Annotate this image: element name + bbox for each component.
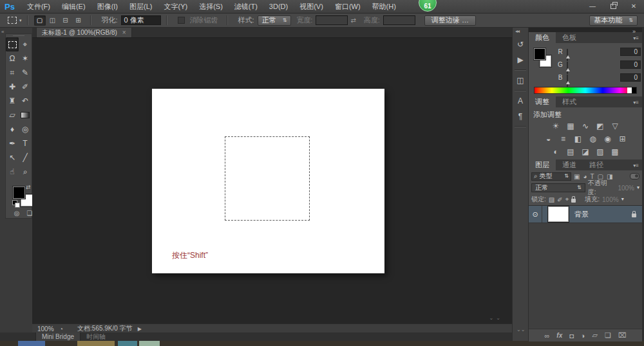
magic-wand-tool[interactable]: ✶ xyxy=(19,51,32,66)
pen-tool[interactable]: ✒ xyxy=(6,136,19,150)
strip-bottom-grip-icon[interactable]: ⌄⌄ xyxy=(516,328,525,332)
tab-channels[interactable]: 通道 xyxy=(556,159,583,170)
panel-menu-icon[interactable]: ▾≡ xyxy=(633,100,642,107)
tab-mini-bridge[interactable]: Mini Bridge xyxy=(35,332,80,341)
panel-menu-icon[interactable]: ▾≡ xyxy=(633,35,642,43)
status-options-arrow[interactable]: ▶ xyxy=(138,326,142,332)
lock-pixels-icon[interactable]: ✐ xyxy=(557,196,562,203)
spot-healing-brush-tool[interactable]: ✚ xyxy=(6,80,19,94)
selection-marquee[interactable] xyxy=(225,136,310,221)
crop-tool[interactable]: ⌗ xyxy=(6,66,19,80)
filter-toggle-switch[interactable] xyxy=(630,173,639,179)
clone-stamp-tool[interactable]: ♜ xyxy=(6,94,19,108)
layer-row-background[interactable]: ⊙ 背景 xyxy=(529,206,642,223)
gradient-tool[interactable] xyxy=(19,108,32,122)
green-slider-thumb[interactable] xyxy=(566,68,570,71)
menu-help[interactable]: 帮助(H) xyxy=(366,0,402,13)
swap-colors-icon[interactable]: ⇄ xyxy=(26,184,31,190)
brightness-contrast-icon[interactable]: ☀ xyxy=(551,121,561,131)
black-white-icon[interactable]: ◧ xyxy=(573,134,583,143)
opacity-value[interactable]: 100% xyxy=(618,185,634,192)
posterize-icon[interactable]: ▤ xyxy=(566,147,576,156)
new-group-icon[interactable]: ▱ xyxy=(592,331,598,340)
type-tool[interactable]: T xyxy=(19,136,32,150)
tab-styles[interactable]: 样式 xyxy=(556,96,583,107)
eraser-tool[interactable]: ▱ xyxy=(6,108,19,122)
channel-mixer-icon[interactable]: ◉ xyxy=(603,134,612,143)
lock-position-icon[interactable]: ⌖ xyxy=(565,196,569,203)
delete-layer-icon[interactable]: ⌧ xyxy=(618,331,627,340)
color-lookup-icon[interactable]: ⊞ xyxy=(618,134,627,143)
canvas[interactable]: 按住“Shift” xyxy=(152,89,384,273)
intersect-selection-button[interactable]: ⊞ xyxy=(73,15,84,26)
antialias-checkbox[interactable] xyxy=(178,17,185,24)
tab-layers[interactable]: 图层 xyxy=(529,159,556,170)
menu-3d[interactable]: 3D(D) xyxy=(263,0,294,13)
line-tool[interactable]: ╱ xyxy=(19,150,32,165)
layer-filter-select[interactable]: ⌕ 类型 ⇅ xyxy=(531,172,571,181)
refine-edge-button[interactable]: 调整边缘 … xyxy=(424,15,476,26)
subtract-selection-button[interactable]: ⊟ xyxy=(60,15,71,26)
hue-saturation-icon[interactable]: ◒ xyxy=(544,134,553,143)
tab-color[interactable]: 颜色 xyxy=(529,32,556,43)
vibrance-icon[interactable]: ▽ xyxy=(611,121,620,131)
zoom-level-field[interactable]: 100% xyxy=(37,325,59,332)
lock-all-icon[interactable] xyxy=(571,199,576,203)
chevron-down-icon[interactable]: ▾ xyxy=(637,185,639,190)
foreground-color-swatch[interactable] xyxy=(534,48,545,60)
taskbar-window-thumbnail[interactable] xyxy=(118,341,137,346)
document-close-icon[interactable]: × xyxy=(122,29,126,36)
style-select[interactable]: 正常 ⇅ xyxy=(258,15,292,26)
tool-preset-picker[interactable]: ▾ xyxy=(8,17,22,24)
menu-select[interactable]: 选择(S) xyxy=(193,0,229,13)
color-balance-icon[interactable]: ≡ xyxy=(558,134,568,143)
swap-dimensions-icon[interactable]: ⇄ xyxy=(350,17,355,24)
actions-panel-icon[interactable]: ▶ xyxy=(513,52,528,68)
green-value-field[interactable]: 0 xyxy=(620,60,641,69)
dodge-tool[interactable]: ◎ xyxy=(19,122,32,136)
red-value-field[interactable]: 0 xyxy=(620,48,641,56)
rectangular-marquee-tool[interactable] xyxy=(6,37,19,51)
photo-filter-icon[interactable]: ◍ xyxy=(588,134,598,143)
menu-filter[interactable]: 滤镜(T) xyxy=(229,0,263,13)
collapse-toolbar-icon[interactable]: « xyxy=(1,29,3,35)
minimize-button[interactable]: — xyxy=(586,2,599,10)
tab-paths[interactable]: 路径 xyxy=(583,159,610,170)
new-adjustment-layer-icon[interactable]: ◑ xyxy=(581,332,585,340)
panel-menu-icon[interactable]: ▾≡ xyxy=(633,163,642,170)
selective-color-icon[interactable]: ▩ xyxy=(611,147,620,156)
eyedropper-tool[interactable]: ✎ xyxy=(19,66,32,80)
close-button[interactable]: ✕ xyxy=(627,2,640,10)
character-panel-icon[interactable]: A xyxy=(513,93,528,109)
invert-icon[interactable]: ◐ xyxy=(551,147,561,156)
exposure-icon[interactable]: ◩ xyxy=(596,121,605,131)
tab-timeline[interactable]: 时间轴 xyxy=(80,332,111,341)
menu-edit[interactable]: 编辑(E) xyxy=(56,0,91,13)
layer-thumbnail[interactable] xyxy=(548,206,569,222)
color-spectrum-bar[interactable] xyxy=(534,87,637,94)
lock-transparent-icon[interactable]: ▨ xyxy=(549,196,554,203)
tab-swatches[interactable]: 色板 xyxy=(556,32,583,43)
taskbar-window-thumbnail[interactable] xyxy=(139,341,160,346)
fill-value[interactable]: 100% xyxy=(602,196,619,203)
spectrum-black-cell[interactable] xyxy=(632,87,636,93)
new-layer-icon[interactable]: ❏ xyxy=(605,331,611,340)
taskbar-window-thumbnail[interactable] xyxy=(18,341,45,346)
add-layer-mask-icon[interactable]: ◘ xyxy=(569,332,574,340)
blue-slider-thumb[interactable] xyxy=(566,81,570,84)
spectrum-white-cell[interactable] xyxy=(627,87,632,93)
toolbar-grip[interactable] xyxy=(13,35,24,36)
history-brush-tool[interactable]: ↶ xyxy=(19,94,32,108)
width-input[interactable] xyxy=(316,15,348,25)
menu-file[interactable]: 文件(F) xyxy=(21,0,56,13)
threshold-icon[interactable]: ◪ xyxy=(581,147,591,156)
menu-view[interactable]: 视图(V) xyxy=(294,0,329,13)
height-input[interactable] xyxy=(383,15,415,25)
blend-mode-select[interactable]: 正常 ⇅ xyxy=(531,183,585,192)
foreground-color-swatch[interactable] xyxy=(13,187,25,199)
taskbar-window-thumbnail[interactable] xyxy=(77,341,115,346)
feather-input[interactable]: 0 像素 xyxy=(121,15,161,25)
paragraph-panel-icon[interactable]: ¶ xyxy=(513,109,528,124)
menu-layer[interactable]: 图层(L) xyxy=(124,0,158,13)
menu-image[interactable]: 图像(I) xyxy=(91,0,124,13)
